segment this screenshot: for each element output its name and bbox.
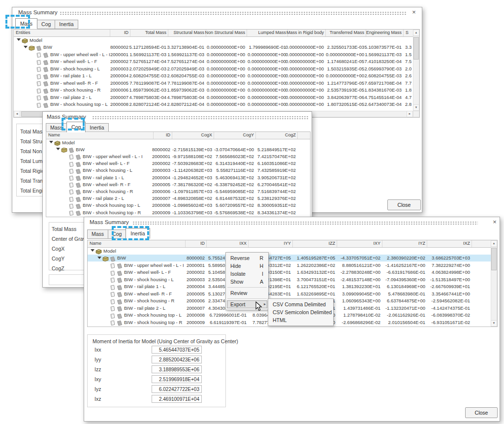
scroll-up-icon[interactable]: ▲ [413,30,419,36]
tree-row-2000004[interactable]: BIW - rail plate 1 - L20000042.608204755… [14,72,413,80]
column-header-ixx[interactable]: IXX [239,241,247,246]
scroll-down-icon[interactable]: ▼ [413,104,419,111]
column-header-structural-mass[interactable]: Structural Mass [173,30,204,35]
tree-expander-icon[interactable] [97,257,101,259]
izz-field[interactable]: 3.188989553E+06 [152,365,202,373]
value-cell: -1.416252167E+00 [385,262,425,268]
tree-row-2000001[interactable]: BIW - upper wheel well - L - I20000011.5… [14,51,413,58]
tree-row[interactable]: Model [88,247,491,255]
column-header-lumped-mass[interactable]: Lumped Mass [258,30,286,35]
ixz-field[interactable]: 2.469100971E+04 [152,395,202,403]
column-header-entities[interactable]: Entities [16,30,31,35]
tree-cell: BIW - shock housing - R [14,87,110,94]
value-cell: 0.000000000E+00 [285,101,324,107]
column-header-id[interactable]: ID [124,30,128,35]
tree-row-2000004[interactable]: BIW - rail plate 1 - L20000043.444853210… [88,283,491,291]
entity-name: BIW - upper wheel well - L - I [124,262,184,268]
titlebar-drag-dots[interactable] [60,11,406,15]
titlebar-drag-dots[interactable] [92,116,309,120]
column-header-iyz[interactable]: IYZ [418,241,425,246]
menu-item-isolate[interactable]: IsolateI [226,270,268,278]
tab-mass[interactable]: Mass [87,229,108,239]
close-button[interactable]: Close [465,407,498,418]
tree-row-8000002[interactable]: BIW80000025.755247591E+042.759284727E+05… [88,255,491,262]
titlebar-drag-dots[interactable] [132,221,478,225]
column-header-mass-in-rigid-body[interactable]: Mass in Rigid body [286,30,324,35]
iyy-field[interactable]: 2.885200423E+06 [152,356,202,363]
tree-row-2000009[interactable]: BIW - shock housing top - R2000009-1.103… [46,209,310,216]
tab-inertia[interactable]: Inertia [55,20,78,29]
column-header-cogz[interactable]: CogZ [285,132,296,137]
tree-row-2000003[interactable]: BIW - shock housing - L20000032.53504288… [88,276,491,283]
entity-name: BIW - shock housing top - L [83,202,140,208]
tree-row-2000008[interactable]: BIW - shock housing top - L2000008-1.099… [46,202,310,209]
tree-expander-icon[interactable] [91,249,94,252]
scrollbar-thumb[interactable] [491,248,497,270]
value-cell: 6.160351086E+02 [257,161,296,166]
column-header-cogy[interactable]: CogY [243,132,254,137]
tree-row-2000008[interactable]: BIW - shock housing top - L20000082.8280… [14,101,413,108]
column-header-transferred-mass[interactable]: Transferred Mass [330,30,364,35]
tree-expander-icon[interactable] [24,46,28,48]
column-header-ixy[interactable]: IXY [373,241,380,246]
ixx-field[interactable]: 5.465447037E+05 [152,346,202,354]
column-header-non-structural-mass[interactable]: Non Structural Mass [205,30,245,35]
value-cell: -1.294824652E+03 [172,175,212,180]
tree-row-8000002[interactable]: BIW8000002-2.715815139E+03-3.070470664E+… [46,146,310,153]
tree-row-2000003[interactable]: BIW - shock housing - L2000003-1.1142063… [46,167,310,174]
tree-expander-icon[interactable] [17,38,21,41]
tree-row-2000006[interactable]: BIW - shock housing - R20000061.85973906… [14,87,413,94]
scroll-right-icon[interactable]: ► [407,111,413,117]
menu-item-reverse[interactable]: ReverseR [226,254,268,262]
column-header-cogx[interactable]: CogX [201,132,212,137]
tree-row[interactable]: Model [14,36,413,44]
scrollbar-thumb[interactable] [413,37,419,60]
tree-row-2000001[interactable]: BIW - upper wheel well - L - I20000015.5… [88,261,491,269]
tree-expander-icon[interactable] [56,148,60,150]
menu-item-show[interactable]: ShowA [226,278,268,286]
submenu-item-csv-semicolon-delimited[interactable]: CSV Semicolon Delimited [268,308,333,316]
value-cell: 6.814487532E+02 [216,196,254,201]
scroll-down-icon[interactable]: ▼ [491,320,497,326]
column-header-name[interactable]: Name [48,132,60,137]
value-cell: 6.270046541E+02 [257,182,296,187]
column-header-ixz[interactable]: IXZ [463,241,470,246]
tree-row-2000002[interactable]: BIW - wheel well- L - F20000027.52765127… [14,58,413,65]
column-header-izz[interactable]: IZZ [329,241,336,246]
tree-row[interactable]: Model [46,139,310,146]
scroll-up-icon[interactable]: ▲ [491,240,497,247]
column-header-s[interactable]: S [406,30,409,35]
tree-row-2000003[interactable]: BIW - shock housing - L20000032.07202594… [14,65,413,72]
grid-icon [42,65,49,71]
ixy-field[interactable]: 2.519969918E+04 [152,375,202,383]
tree-row-2000006[interactable]: BIW - shock housing - R2000006-1.0979118… [46,188,310,195]
tree-row-2000001[interactable]: BIW - upper wheel well - L - I2000001-9.… [46,153,310,160]
column-header-id[interactable]: ID [166,132,170,137]
tree-row-2000007[interactable]: BIW - rail plate 2 - L20000074.789875803… [14,94,413,101]
tree-expander-icon[interactable] [49,141,53,143]
column-header-engineering-mass[interactable]: Engineering Mass [366,30,402,35]
column-header-iyy[interactable]: IYY [284,241,291,246]
column-header-total-mass[interactable]: Total Mass [145,30,166,35]
tab-cog[interactable]: Cog [37,20,55,29]
tree-row-2000004[interactable]: BIW - rail plate 1 - L2000004-1.29482465… [46,174,310,181]
close-icon[interactable]: × [410,8,418,16]
column-header-name[interactable]: Name [90,241,101,246]
iyz-field[interactable]: 6.022427722E+03 [152,385,202,393]
submenu-item-csv-comma-delimited[interactable]: CSV Comma Delimited [268,300,333,308]
submenu-item-html[interactable]: HTML [268,316,333,324]
tree-row-2000005[interactable]: BIW - wheel well- R - F20000057.78119908… [14,79,413,87]
menu-item-hide[interactable]: HideH [226,262,268,270]
tree-row-8000002[interactable]: BIW80000025.127128594E-013.327138904E-01… [14,44,413,51]
column-header-id[interactable]: ID [200,241,205,246]
tree-row-2000005[interactable]: BIW - wheel well- R - F20000055.13027354… [88,290,491,297]
grid-icon [75,181,81,187]
tree-row-2000002[interactable]: BIW - wheel well- L - F20000025.10458962… [88,269,491,276]
close-icon[interactable]: × [491,218,499,226]
close-button[interactable]: Close [387,199,421,210]
scroll-left-icon[interactable]: ◄ [14,111,20,117]
menu-item-review[interactable]: Review [226,289,268,297]
tree-row-2000005[interactable]: BIW - wheel well- R - F2000005-7.3817863… [46,181,310,188]
tree-row-2000002[interactable]: BIW - wheel well- L - F2000002-7.5039286… [46,160,310,167]
tree-row-2000007[interactable]: BIW - rail plate 2 - L2000007-4.89832085… [46,195,310,202]
